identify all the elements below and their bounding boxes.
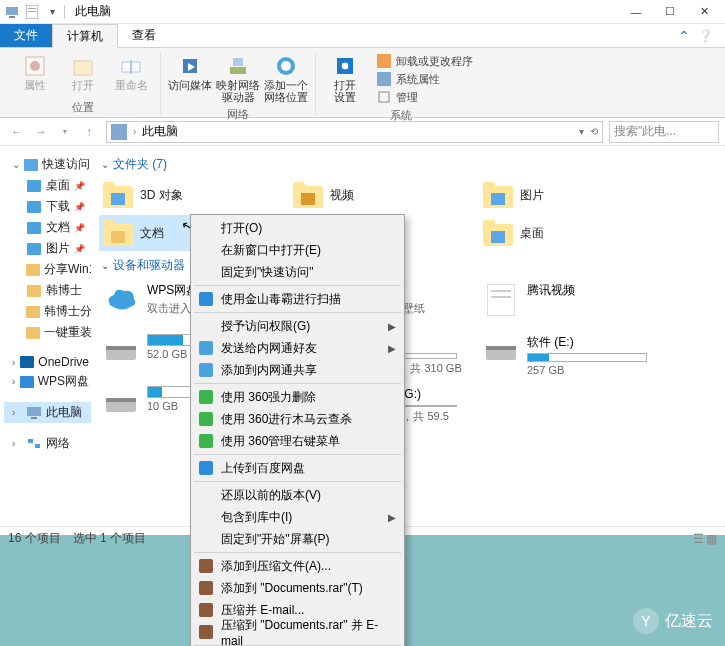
drive-item[interactable]: 腾讯视频 bbox=[479, 278, 659, 328]
menu-icon bbox=[198, 242, 214, 258]
sb-icon bbox=[26, 305, 40, 319]
svg-rect-25 bbox=[27, 243, 41, 255]
svg-rect-76 bbox=[199, 461, 213, 475]
menu-icon bbox=[198, 433, 214, 449]
sidebar-item[interactable]: ›OneDrive bbox=[4, 353, 91, 371]
menu-item[interactable]: 使用 360强力删除 bbox=[193, 386, 402, 408]
menu-item[interactable]: 使用 360进行木马云查杀 bbox=[193, 408, 402, 430]
close-button[interactable]: ✕ bbox=[687, 0, 721, 24]
chevron-right-icon: ▶ bbox=[388, 321, 396, 332]
menu-icon bbox=[198, 291, 214, 307]
folder-item[interactable]: 图片 bbox=[479, 177, 659, 213]
svg-rect-29 bbox=[26, 327, 40, 339]
svg-rect-20 bbox=[379, 92, 389, 102]
sb-icon bbox=[24, 158, 38, 172]
menu-item[interactable]: 授予访问权限(G)▶ bbox=[193, 315, 402, 337]
chevron-right-icon: › bbox=[133, 126, 136, 137]
svg-rect-7 bbox=[74, 61, 92, 75]
svg-rect-74 bbox=[199, 412, 213, 426]
open-settings-button[interactable]: 打开 设置 bbox=[322, 52, 368, 105]
media-button[interactable]: 访问媒体 bbox=[167, 52, 213, 93]
menu-item[interactable]: 压缩到 "Documents.rar" 并 E-mail bbox=[193, 621, 402, 643]
svg-rect-65 bbox=[486, 346, 516, 350]
svg-rect-70 bbox=[199, 292, 213, 306]
sb-icon bbox=[26, 284, 42, 298]
sysprops-icon bbox=[376, 71, 392, 87]
menu-item[interactable]: 添加到 "Documents.rar"(T) bbox=[193, 577, 402, 599]
nav-up-button[interactable]: ↑ bbox=[78, 121, 100, 143]
menu-item[interactable]: 固定到"快速访问" bbox=[193, 261, 402, 283]
menu-item[interactable]: 添加到内网通共享 bbox=[193, 359, 402, 381]
status-count: 16 个项目 bbox=[8, 530, 61, 547]
nav-recent-button[interactable]: ▾ bbox=[54, 121, 76, 143]
sb-icon bbox=[26, 263, 40, 277]
menu-item[interactable]: 包含到库中(I)▶ bbox=[193, 506, 402, 528]
menu-item[interactable]: 还原以前的版本(V) bbox=[193, 484, 402, 506]
add-location-button[interactable]: 添加一个 网络位置 bbox=[263, 52, 309, 105]
title-bar: ▾ 此电脑 — ☐ ✕ bbox=[0, 0, 725, 24]
svg-point-15 bbox=[281, 61, 291, 71]
menu-separator bbox=[194, 383, 401, 384]
drive-item[interactable]: 软件 (E:)257 GB bbox=[479, 330, 659, 380]
tab-view[interactable]: 查看 bbox=[118, 24, 170, 47]
sidebar-item[interactable]: 分享Win10系 bbox=[4, 259, 91, 280]
uninstall-button[interactable]: 卸载或更改程序 bbox=[376, 52, 473, 70]
sidebar-item[interactable]: 下载📌 bbox=[4, 196, 91, 217]
folder-item[interactable]: 视频 bbox=[289, 177, 469, 213]
address-bar[interactable]: › 此电脑 ▾⟲ bbox=[106, 121, 603, 143]
svg-rect-47 bbox=[111, 231, 125, 243]
sidebar-item[interactable]: 图片📌 bbox=[4, 238, 91, 259]
map-drive-button[interactable]: 映射网络 驱动器 bbox=[215, 52, 261, 105]
minimize-button[interactable]: — bbox=[619, 0, 653, 24]
manage-button[interactable]: 管理 bbox=[376, 88, 473, 106]
sidebar-item[interactable]: 一键重装步骤 bbox=[4, 322, 91, 343]
addloc-icon bbox=[274, 54, 298, 78]
svg-rect-73 bbox=[199, 390, 213, 404]
search-input[interactable]: 搜索"此电... bbox=[609, 121, 719, 143]
sysprops-button[interactable]: 系统属性 bbox=[376, 70, 473, 88]
menu-icon bbox=[198, 340, 214, 356]
sb-icon bbox=[26, 179, 42, 193]
view-grid-icon[interactable]: ▦ bbox=[706, 532, 717, 546]
menu-item[interactable]: 在新窗口中打开(E) bbox=[193, 239, 402, 261]
sidebar-item[interactable]: 韩博士 bbox=[4, 280, 91, 301]
doc-icon[interactable] bbox=[24, 4, 40, 20]
properties-button[interactable]: 属性 bbox=[12, 52, 58, 93]
nav-forward-button[interactable]: → bbox=[30, 121, 52, 143]
rename-button[interactable]: 重命名 bbox=[108, 52, 154, 93]
menu-item[interactable]: 打开(O) bbox=[193, 217, 402, 239]
sidebar-item[interactable]: 桌面📌 bbox=[4, 175, 91, 196]
ribbon-collapse-icon[interactable]: ⌃❔ bbox=[678, 24, 725, 47]
menu-item[interactable]: 上传到百度网盘 bbox=[193, 457, 402, 479]
sidebar-item[interactable]: 文档📌 bbox=[4, 217, 91, 238]
folder-item[interactable]: 桌面 bbox=[479, 215, 659, 251]
sidebar-item[interactable]: 韩博士分享 bbox=[4, 301, 91, 322]
folder-item[interactable]: 3D 对象 bbox=[99, 177, 279, 213]
tab-file[interactable]: 文件 bbox=[0, 24, 52, 47]
folder-icon bbox=[102, 179, 134, 211]
menu-item[interactable]: 使用 360管理右键菜单 bbox=[193, 430, 402, 452]
addr-dropdown-icon[interactable]: ▾ bbox=[579, 126, 584, 137]
status-selected: 选中 1 个项目 bbox=[73, 530, 146, 547]
folders-header[interactable]: ⌄文件夹 (7) bbox=[99, 152, 721, 175]
sidebar-item[interactable]: ⌄快速访问 bbox=[4, 154, 91, 175]
sidebar-item-network[interactable]: ›网络 bbox=[4, 433, 91, 454]
sidebar-item-thispc[interactable]: ›此电脑 bbox=[4, 402, 91, 423]
nav-back-button[interactable]: ← bbox=[6, 121, 28, 143]
rename-icon bbox=[119, 54, 143, 78]
menu-item[interactable]: 使用金山毒霸进行扫描 bbox=[193, 288, 402, 310]
maximize-button[interactable]: ☐ bbox=[653, 0, 687, 24]
addr-refresh-icon[interactable]: ⟲ bbox=[590, 126, 598, 137]
svg-rect-34 bbox=[28, 439, 33, 443]
qat-dropdown-icon[interactable]: ▾ bbox=[44, 4, 60, 20]
menu-item[interactable]: 添加到压缩文件(A)... bbox=[193, 555, 402, 577]
menu-item[interactable]: 固定到"开始"屏幕(P) bbox=[193, 528, 402, 550]
open-button[interactable]: 打开 bbox=[60, 52, 106, 93]
manage-icon bbox=[376, 89, 392, 105]
svg-rect-4 bbox=[28, 11, 36, 12]
view-details-icon[interactable]: ☰ bbox=[693, 532, 704, 546]
sidebar-item[interactable]: ›WPS网盘 bbox=[4, 371, 91, 392]
menu-separator bbox=[194, 552, 401, 553]
tab-computer[interactable]: 计算机 bbox=[52, 24, 118, 48]
menu-item[interactable]: 发送给内网通好友▶ bbox=[193, 337, 402, 359]
